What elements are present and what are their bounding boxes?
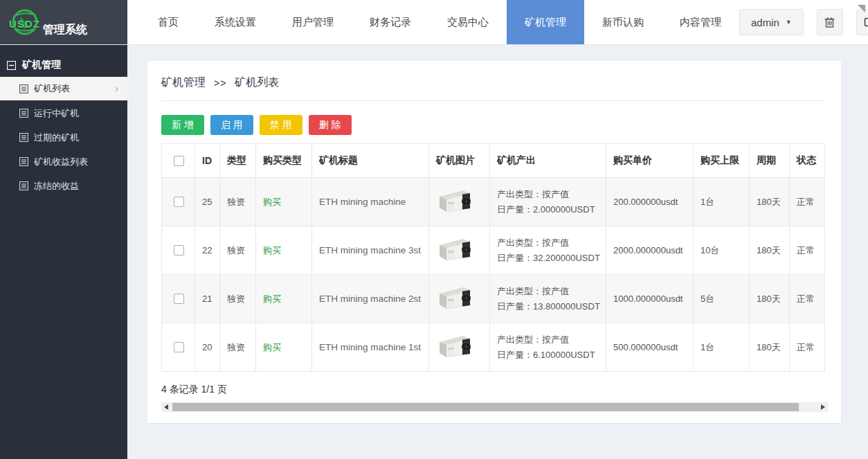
add-button[interactable]: 新 增 [161,115,204,135]
scroll-right-arrow-icon[interactable] [821,404,825,410]
cell-period: 180天 [750,323,790,372]
cell-limit: 1台 [694,323,750,372]
cell-id: 21 [195,275,220,323]
divider [161,100,824,101]
table-header-row: ID 类型 购买类型 矿机标题 矿机图片 矿机产出 购买单价 购买上限 周期 状… [162,144,825,178]
header-output: 矿机产出 [490,144,606,178]
row-checkbox[interactable] [174,245,184,255]
cell-image [429,323,490,372]
header-price: 购买单价 [606,144,694,178]
cell-title: ETH mining machine [312,178,429,226]
sidebar-item-frozen-earnings[interactable]: 冻结的收益 [0,174,127,197]
cell-status: 正常 [790,323,825,372]
logo-brand-text: USDZ [9,18,40,30]
miner-image [436,234,475,264]
nav-item-home[interactable]: 首页 [140,0,197,44]
header-status: 状态 [790,144,825,178]
cell-checkbox [162,226,195,275]
clear-cache-button[interactable] [817,9,843,35]
output-type: 产出类型：按产值 [497,187,599,202]
nav-item-finance-records[interactable]: 财务记录 [352,0,429,44]
cell-status: 正常 [790,226,825,275]
breadcrumb-current: 矿机列表 [235,75,279,90]
sidebar-item-running-miners[interactable]: 运行中矿机 [0,102,127,125]
cell-buy-type: 购买 [256,178,312,226]
logout-button[interactable] [856,9,868,35]
logo-title: 管理系统 [43,23,87,44]
output-type: 产出类型：按产值 [497,284,599,299]
cell-buy-type: 购买 [256,323,312,372]
sidebar: 矿机管理 矿机列表 › 运行中矿机 过期的矿机 [0,45,127,459]
toolbar: 新 增 启 用 禁 用 删 除 [161,115,824,135]
cell-checkbox [162,178,195,226]
cell-limit: 1台 [694,178,750,226]
top-bar: USDZ 管理系统 首页 系统设置 用户管理 财务记录 交易中心 矿机管理 新币… [0,0,868,45]
sidebar-item-miner-earnings[interactable]: 矿机收益列表 [0,150,127,173]
row-checkbox[interactable] [174,294,184,304]
cell-id: 22 [195,226,220,275]
cell-price: 200.000000usdt [606,178,694,226]
cell-image [429,226,490,275]
cell-output: 产出类型：按产值日产量：13.800000USDT [490,275,606,323]
nav-item-new-coin[interactable]: 新币认购 [584,0,662,44]
cell-image [429,275,490,323]
header-period: 周期 [750,144,790,178]
cell-title: ETH mining machine 1st [312,323,429,372]
cell-price: 2000.000000usdt [606,226,694,275]
cell-price: 500.000000usdt [606,323,694,372]
page-scrollbar-arrow[interactable] [858,5,865,12]
nav-item-trade-center[interactable]: 交易中心 [429,0,507,44]
nav-item-content-management[interactable]: 内容管理 [662,0,739,44]
chevron-right-icon: › [115,83,118,94]
sidebar-item-miner-list[interactable]: 矿机列表 › [0,77,127,100]
cell-buy-type: 购买 [256,226,312,275]
top-actions: admin ▼ [739,0,868,44]
nav-item-user-management[interactable]: 用户管理 [274,0,352,44]
nav-item-miner-management[interactable]: 矿机管理 [507,0,584,44]
cell-status: 正常 [790,275,825,323]
list-icon [19,109,28,118]
cell-type: 独资 [220,178,256,226]
miner-image [436,186,475,216]
daily-output: 日产量：2.000000USDT [497,202,599,217]
sidebar-item-label: 矿机收益列表 [34,156,88,168]
sidebar-item-label: 过期的矿机 [34,132,79,144]
cell-image [429,178,490,226]
cell-period: 180天 [750,275,790,323]
cell-checkbox [162,275,195,323]
sidebar-item-expired-miners[interactable]: 过期的矿机 [0,126,127,149]
table-body: 25独资购买ETH mining machine 产出类型：按产值日产量：2.0… [162,178,825,372]
trash-icon [824,16,835,28]
miner-image [436,282,475,313]
caret-down-icon: ▼ [786,19,792,26]
sidebar-group-label: 矿机管理 [22,59,61,71]
miner-image [436,331,475,361]
cell-title: ETH mining machine 2st [312,275,429,323]
cell-id: 25 [195,178,220,226]
horizontal-scrollbar[interactable] [161,402,828,412]
delete-button[interactable]: 删 除 [309,115,352,135]
cell-period: 180天 [750,178,790,226]
row-checkbox[interactable] [174,342,184,352]
table-row: 22独资购买ETH mining machine 3st 产出类型：按产值日产量… [162,226,825,275]
enable-button[interactable]: 启 用 [210,115,253,135]
scrollbar-thumb[interactable] [172,403,799,411]
scroll-left-arrow-icon[interactable] [164,404,168,410]
select-all-checkbox[interactable] [174,156,184,166]
breadcrumb-separator: >> [214,78,226,89]
row-checkbox[interactable] [174,197,184,207]
sidebar-item-label: 运行中矿机 [34,107,79,120]
admin-dropdown[interactable]: admin ▼ [739,9,804,35]
sidebar-group-miner-management[interactable]: 矿机管理 [0,54,127,76]
breadcrumb-parent[interactable]: 矿机管理 [161,75,206,90]
cell-output: 产出类型：按产值日产量：6.100000USDT [490,323,606,372]
output-type: 产出类型：按产值 [497,235,599,251]
nav-item-system-settings[interactable]: 系统设置 [197,0,274,44]
header-buy-type: 购买类型 [256,144,312,178]
disable-button[interactable]: 禁 用 [260,115,302,135]
cell-buy-type: 购买 [256,275,312,323]
cell-title: ETH mining machine 3st [312,226,429,275]
cell-output: 产出类型：按产值日产量：2.000000USDT [490,178,606,226]
header-checkbox-cell [162,144,195,178]
cell-checkbox [162,323,195,372]
